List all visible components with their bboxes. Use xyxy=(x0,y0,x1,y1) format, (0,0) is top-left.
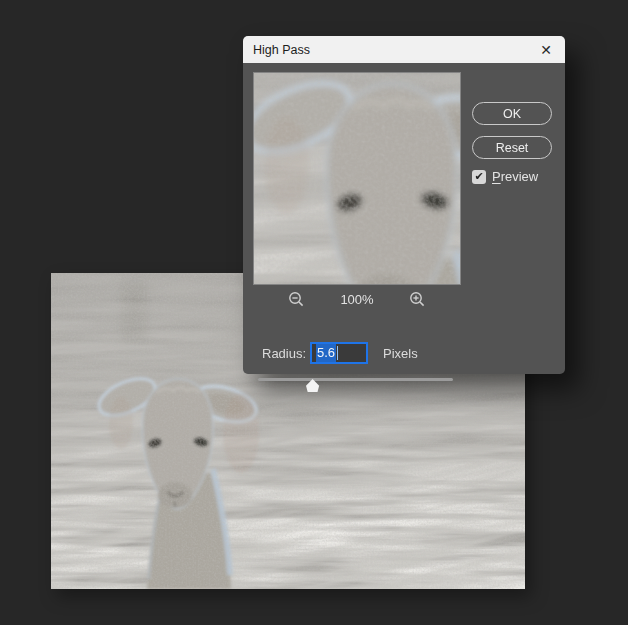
dialog-titlebar[interactable]: High Pass ✕ xyxy=(243,36,565,63)
text-caret xyxy=(337,346,338,360)
radius-row: Radius: 5.6 Pixels xyxy=(243,341,471,365)
preview-zoomed-image xyxy=(254,73,460,284)
zoom-out-button[interactable] xyxy=(288,291,305,308)
zoom-in-button[interactable] xyxy=(409,291,426,308)
radius-unit: Pixels xyxy=(383,346,418,361)
photoshop-workspace: High Pass ✕ 100% xyxy=(0,0,628,625)
ok-button[interactable]: OK xyxy=(472,102,552,125)
magnifier-minus-icon xyxy=(288,291,305,308)
slider-track[interactable] xyxy=(258,378,453,381)
magnifier-plus-icon xyxy=(409,291,426,308)
dialog-title: High Pass xyxy=(253,43,310,57)
reset-button[interactable]: Reset xyxy=(472,136,552,159)
dialog-body: 100% Radius: 5.6 Pixels xyxy=(243,63,565,374)
radius-label: Radius: xyxy=(262,346,306,361)
radius-input[interactable]: 5.6 xyxy=(310,342,368,364)
close-icon[interactable]: ✕ xyxy=(531,36,561,63)
preview-zoom-controls: 100% xyxy=(253,289,461,309)
zoom-level: 100% xyxy=(340,292,373,307)
radius-value: 5.6 xyxy=(316,344,336,362)
high-pass-dialog: High Pass ✕ 100% xyxy=(243,36,565,374)
checkbox-checked-icon[interactable]: ✔ xyxy=(472,170,486,184)
filter-preview[interactable] xyxy=(253,72,461,285)
preview-toggle[interactable]: ✔ Preview xyxy=(472,169,538,184)
radius-slider[interactable] xyxy=(258,373,453,391)
preview-toggle-label: Preview xyxy=(492,169,538,184)
